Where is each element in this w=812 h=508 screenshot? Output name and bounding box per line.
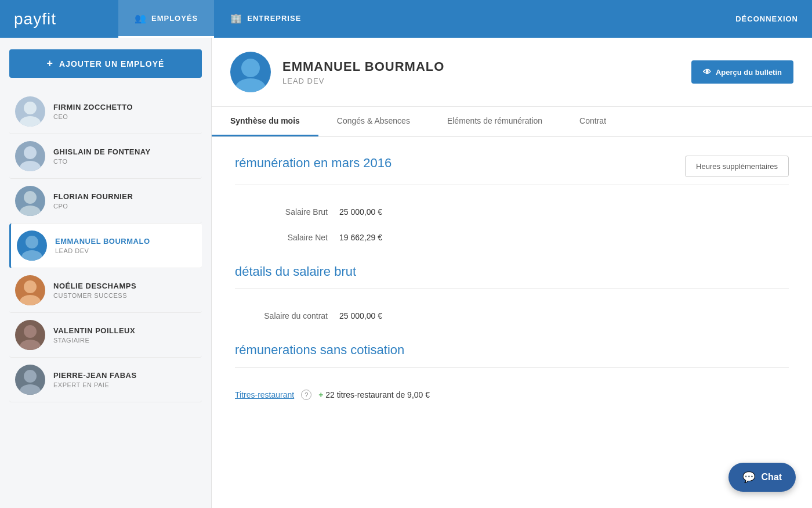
titres-restaurant-count: 22 titres-restaurant de 9,00 € bbox=[325, 390, 430, 399]
remuneration-section-header: rémunération en mars 2016 Heures supplém… bbox=[235, 156, 789, 180]
header-nav: EMPLOYÉS ENTREPRISE bbox=[118, 0, 735, 38]
chat-button[interactable]: Chat bbox=[728, 463, 796, 492]
section-divider-2 bbox=[235, 289, 789, 289]
list-item[interactable]: NOÉLIE DESCHAMPS CUSTOMER SUCCESS bbox=[9, 268, 202, 313]
employee-header-name: EMMANUEL BOURMALO bbox=[282, 59, 680, 74]
employee-role: EXPERT EN PAIE bbox=[53, 381, 196, 388]
nav-label-entreprise: ENTREPRISE bbox=[247, 14, 301, 23]
salaire-brut-label: Salaire Brut bbox=[235, 207, 328, 217]
salaire-net-value: 19 662,29 € bbox=[339, 233, 382, 242]
tab-content: rémunération en mars 2016 Heures supplém… bbox=[212, 137, 812, 427]
employee-header-role: LEAD DEV bbox=[282, 77, 680, 85]
svg-point-1 bbox=[20, 116, 41, 127]
help-icon[interactable]: ? bbox=[301, 390, 311, 400]
list-item[interactable]: VALENTIN POILLEUX STAGIAIRE bbox=[9, 313, 202, 358]
employee-role: LEAD DEV bbox=[55, 247, 196, 254]
employee-role: CTO bbox=[53, 158, 196, 165]
sans-cotisation-title: rémunerations sans cotisation bbox=[235, 343, 789, 358]
employee-role: CPO bbox=[53, 203, 196, 210]
section-divider bbox=[235, 185, 789, 185]
svg-point-8 bbox=[24, 280, 37, 293]
employee-header: EMMANUEL BOURMALO LEAD DEV Aperçu du bul… bbox=[212, 38, 812, 107]
avatar bbox=[15, 186, 45, 216]
svg-point-4 bbox=[24, 191, 37, 204]
svg-point-5 bbox=[20, 206, 41, 216]
employee-name: EMMANUEL BOURMALO bbox=[55, 237, 196, 246]
layout: AJOUTER UN EMPLOYÉ FIRMIN ZOCCHETTO CEO … bbox=[0, 38, 812, 508]
salaire-net-row: Salaire Net 19 662,29 € bbox=[235, 225, 789, 250]
titres-restaurant-row: Titres-restaurant ? + 22 titres-restaura… bbox=[235, 381, 789, 408]
tab-synthese[interactable]: Synthèse du mois bbox=[212, 107, 318, 136]
svg-point-13 bbox=[20, 384, 41, 395]
tab-elements[interactable]: Eléments de rémunération bbox=[429, 107, 561, 136]
titres-restaurant-link[interactable]: Titres-restaurant bbox=[235, 390, 294, 399]
list-item[interactable]: FLORIAN FOURNIER CPO bbox=[9, 179, 202, 224]
tab-contrat[interactable]: Contrat bbox=[561, 107, 625, 136]
employee-name: VALENTIN POILLEUX bbox=[53, 326, 196, 335]
details-brut-title: détails du salaire brut bbox=[235, 264, 789, 279]
svg-point-10 bbox=[24, 325, 37, 338]
heures-supplementaires-button[interactable]: Heures supplémentaires bbox=[685, 156, 789, 177]
avatar bbox=[17, 230, 47, 261]
nav-label-employes: EMPLOYÉS bbox=[151, 14, 198, 23]
add-icon bbox=[47, 57, 54, 70]
svg-point-9 bbox=[20, 295, 41, 305]
avatar bbox=[15, 141, 45, 171]
salaire-net-label: Salaire Net bbox=[235, 233, 328, 242]
header: payfit EMPLOYÉS ENTREPRISE DÉCONNEXION bbox=[0, 0, 812, 38]
salaire-contrat-value: 25 000,00 € bbox=[339, 311, 382, 320]
avatar bbox=[15, 96, 45, 127]
nav-item-entreprise[interactable]: ENTREPRISE bbox=[214, 0, 317, 38]
tabs: Synthèse du mois Congés & Absences Eléme… bbox=[212, 107, 812, 137]
svg-point-6 bbox=[26, 236, 38, 248]
employee-name: FIRMIN ZOCCHETTO bbox=[53, 103, 196, 111]
employee-name: GHISLAIN DE FONTENAY bbox=[53, 147, 196, 156]
nav-item-employes[interactable]: EMPLOYÉS bbox=[118, 0, 214, 38]
employee-name: PIERRE-JEAN FABAS bbox=[53, 371, 196, 380]
chat-label: Chat bbox=[761, 472, 782, 482]
salaire-contrat-row: Salaire du contrat 25 000,00 € bbox=[235, 303, 789, 329]
svg-point-14 bbox=[241, 59, 260, 77]
employee-role: CUSTOMER SUCCESS bbox=[53, 292, 196, 299]
svg-point-11 bbox=[20, 340, 41, 350]
employee-info: EMMANUEL BOURMALO LEAD DEV bbox=[55, 237, 196, 254]
employee-role: CEO bbox=[53, 113, 196, 120]
employee-info: GHISLAIN DE FONTENAY CTO bbox=[53, 147, 196, 165]
company-icon bbox=[230, 13, 242, 24]
avatar bbox=[15, 275, 45, 305]
employee-info: VALENTIN POILLEUX STAGIAIRE bbox=[53, 326, 196, 344]
titres-restaurant-value: + 22 titres-restaurant de 9,00 € bbox=[318, 390, 430, 399]
employee-info: FLORIAN FOURNIER CPO bbox=[53, 192, 196, 210]
employee-list: FIRMIN ZOCCHETTO CEO GHISLAIN DE FONTENA… bbox=[9, 89, 202, 402]
svg-point-15 bbox=[235, 78, 266, 92]
employee-name: FLORIAN FOURNIER bbox=[53, 192, 196, 201]
logo: payfit bbox=[14, 10, 95, 28]
tab-conges[interactable]: Congés & Absences bbox=[318, 107, 429, 136]
add-employee-label: AJOUTER UN EMPLOYÉ bbox=[59, 59, 164, 69]
avatar bbox=[15, 365, 45, 395]
sidebar: AJOUTER UN EMPLOYÉ FIRMIN ZOCCHETTO CEO … bbox=[0, 38, 212, 508]
employee-info: PIERRE-JEAN FABAS EXPERT EN PAIE bbox=[53, 371, 196, 388]
employee-info: FIRMIN ZOCCHETTO CEO bbox=[53, 103, 196, 120]
svg-point-12 bbox=[24, 370, 37, 383]
section-divider-3 bbox=[235, 367, 789, 368]
chat-icon bbox=[742, 471, 755, 484]
employee-info: NOÉLIE DESCHAMPS CUSTOMER SUCCESS bbox=[53, 282, 196, 299]
plus-sign: + bbox=[318, 390, 323, 399]
list-item[interactable]: FIRMIN ZOCCHETTO CEO bbox=[9, 89, 202, 134]
avatar bbox=[15, 320, 45, 350]
apercu-label: Aperçu du bulletin bbox=[716, 68, 782, 77]
salaire-contrat-label: Salaire du contrat bbox=[235, 311, 328, 320]
eye-icon bbox=[703, 67, 711, 77]
list-item[interactable]: PIERRE-JEAN FABAS EXPERT EN PAIE bbox=[9, 358, 202, 402]
employee-header-info: EMMANUEL BOURMALO LEAD DEV bbox=[282, 59, 680, 85]
add-employee-button[interactable]: AJOUTER UN EMPLOYÉ bbox=[9, 49, 202, 78]
svg-point-3 bbox=[20, 161, 41, 171]
deconnexion-button[interactable]: DÉCONNEXION bbox=[735, 15, 798, 23]
employee-header-avatar bbox=[230, 52, 271, 92]
svg-point-2 bbox=[24, 146, 37, 159]
list-item-active[interactable]: EMMANUEL BOURMALO LEAD DEV bbox=[9, 224, 202, 268]
list-item[interactable]: GHISLAIN DE FONTENAY CTO bbox=[9, 134, 202, 179]
employees-icon bbox=[135, 13, 147, 24]
apercu-button[interactable]: Aperçu du bulletin bbox=[691, 60, 793, 84]
